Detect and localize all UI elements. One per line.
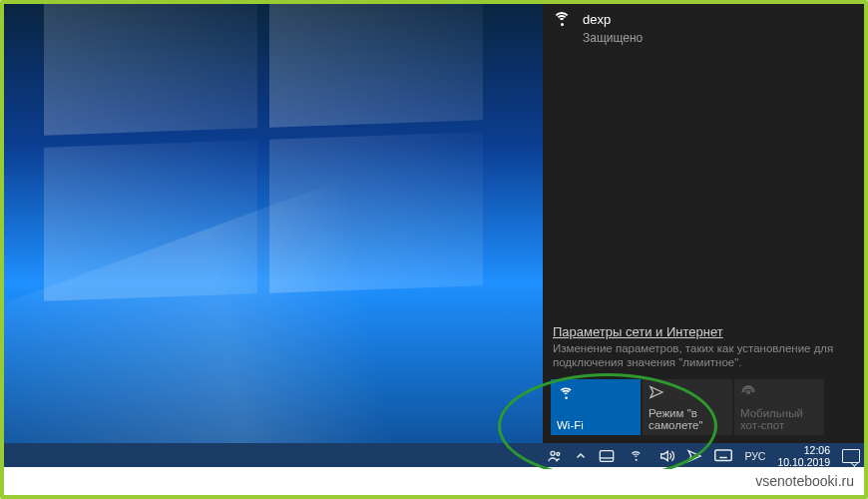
wifi-tile[interactable]: Wi-Fi xyxy=(551,379,641,435)
taskbar: РУС 12:06 10.10.2019 xyxy=(4,443,864,469)
people-icon[interactable] xyxy=(547,448,563,464)
svg-rect-5 xyxy=(715,450,732,461)
network-ssid: dexp xyxy=(583,12,611,27)
network-flyout: dexp Защищено Параметры сети и Интернет … xyxy=(543,4,864,443)
airplane-icon xyxy=(649,384,666,402)
keyboard-icon[interactable] xyxy=(714,449,732,463)
airplane-mode-tile[interactable]: Режим "в самолете" xyxy=(643,379,732,435)
wifi-icon xyxy=(557,384,575,402)
svg-point-0 xyxy=(747,391,750,394)
network-icon[interactable] xyxy=(627,447,647,465)
system-tray: РУС 12:06 10.10.2019 xyxy=(547,444,860,468)
network-settings-link[interactable]: Параметры сети и Интернет xyxy=(553,324,854,339)
mobile-hotspot-tile[interactable]: Мобильный хот-спот xyxy=(734,379,824,435)
wifi-tile-label: Wi-Fi xyxy=(557,419,635,431)
network-settings-description: Изменение параметров, таких как установл… xyxy=(553,341,854,369)
hotspot-tile-label: Мобильный хот-спот xyxy=(740,407,818,431)
taskbar-clock[interactable]: 12:06 10.10.2019 xyxy=(777,444,830,468)
hotspot-icon xyxy=(740,384,758,402)
quick-action-tiles: Wi-Fi Режим "в самолете" xyxy=(543,375,864,443)
notification-center-icon[interactable] xyxy=(842,449,860,463)
wifi-icon xyxy=(553,10,573,30)
svg-rect-3 xyxy=(601,451,614,462)
desktop-wallpaper xyxy=(4,4,543,469)
chevron-up-icon[interactable] xyxy=(575,450,587,462)
clock-time: 12:06 xyxy=(804,444,830,456)
network-list-item[interactable]: dexp Защищено xyxy=(543,4,864,48)
watermark: vsenotebooki.ru xyxy=(4,467,864,495)
input-language-indicator[interactable]: РУС xyxy=(744,450,765,462)
svg-point-2 xyxy=(557,453,560,456)
touchpad-icon[interactable] xyxy=(599,449,615,463)
volume-icon[interactable] xyxy=(658,448,674,464)
airplane-tile-label: Режим "в самолете" xyxy=(649,407,726,431)
airplane-icon[interactable] xyxy=(686,448,702,464)
svg-point-1 xyxy=(551,451,555,455)
network-status: Защищено xyxy=(583,31,643,45)
